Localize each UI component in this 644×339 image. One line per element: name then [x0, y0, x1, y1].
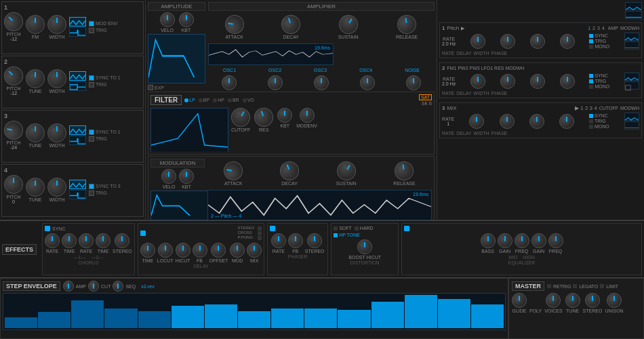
lfo3-waveform-btn[interactable]	[624, 113, 639, 121]
master-legato-led[interactable]	[573, 284, 577, 288]
step-bar-5[interactable]	[172, 306, 204, 328]
eq-freq2-knob[interactable]	[548, 233, 563, 248]
lfo2-rate-knob[interactable]	[470, 74, 485, 89]
phaser-fb-knob[interactable]	[288, 233, 303, 248]
eq-gain1-knob[interactable]	[498, 233, 512, 248]
lfo1-phase-knob[interactable]	[560, 34, 575, 49]
osc4-pitch-knob[interactable]	[4, 175, 23, 194]
osc3-level-knob[interactable]	[314, 75, 329, 90]
filter-vo[interactable]: VO	[243, 98, 254, 102]
lfo1-tab2[interactable]: 2	[592, 26, 595, 31]
chorus-led[interactable]	[45, 226, 50, 231]
osc1-pitch-knob[interactable]	[0, 8, 27, 35]
osc3-wave-btn-2[interactable]	[69, 136, 86, 145]
master-glide-knob[interactable]	[512, 293, 527, 308]
step-bar-9[interactable]	[304, 308, 337, 328]
step-bar-12[interactable]	[405, 295, 437, 328]
chorus-time1-knob[interactable]	[62, 233, 77, 248]
step-env-seq-knob[interactable]	[113, 281, 123, 292]
lfo1-rate-knob[interactable]	[470, 34, 485, 49]
step-env-amp-knob[interactable]	[63, 281, 74, 292]
amp-decay-knob[interactable]	[279, 12, 303, 37]
lfo1-trig-led[interactable]	[589, 39, 593, 43]
osc3-pitch-knob[interactable]	[3, 119, 24, 141]
dist-hp-led[interactable]	[334, 233, 338, 237]
lfo1-sync-led[interactable]	[589, 34, 593, 38]
osc4-tune-knob[interactable]	[26, 178, 45, 197]
phaser-led[interactable]	[270, 226, 275, 231]
filter-res-knob[interactable]	[251, 105, 276, 129]
step-bar-13[interactable]	[438, 299, 470, 328]
phaser-stereo-knob[interactable]	[307, 233, 322, 248]
step-bar-2[interactable]	[71, 300, 104, 328]
osc4-wave-btn-2[interactable]	[69, 190, 86, 199]
lfo3-trig-led[interactable]	[589, 119, 593, 123]
osc2-width-knob[interactable]	[47, 69, 66, 88]
delay-mod-knob[interactable]	[230, 243, 245, 258]
step-bar-1[interactable]	[38, 312, 71, 328]
filter-lp[interactable]: LP	[184, 98, 195, 102]
master-voices-knob[interactable]	[546, 293, 561, 308]
step-bar-7[interactable]	[238, 311, 270, 328]
osc4-sync-check[interactable]	[89, 184, 94, 189]
step-bar-6[interactable]	[205, 304, 237, 328]
chorus-time2-knob[interactable]	[96, 233, 110, 248]
filter-bp[interactable]: BP	[199, 98, 209, 102]
chorus-stereo-knob[interactable]	[115, 233, 129, 248]
lfo1-mono-led[interactable]	[589, 45, 593, 49]
osc2-wave-btn-2[interactable]	[69, 81, 86, 91]
filter-hp[interactable]: HP	[213, 98, 224, 102]
lfo-wave-btn-1[interactable]	[625, 2, 642, 10]
amp-kbt-knob[interactable]	[179, 12, 194, 27]
osc3-tune-knob[interactable]	[26, 123, 45, 142]
delay-time-knob[interactable]	[140, 243, 155, 258]
step-bar-14[interactable]	[471, 304, 504, 328]
osc-noise-level-knob[interactable]	[406, 75, 421, 90]
chorus-rate2-knob[interactable]	[79, 233, 94, 248]
master-unison-knob[interactable]	[607, 293, 622, 308]
dist-boost-knob[interactable]	[357, 239, 372, 254]
lfo-wave-btn-2[interactable]	[625, 11, 642, 19]
amp-release-knob[interactable]	[396, 14, 418, 35]
osc1-width-knob[interactable]	[47, 15, 66, 34]
step-bar-8[interactable]	[271, 308, 304, 328]
lfo2-phase-knob[interactable]	[560, 74, 575, 89]
mod-sustain-knob[interactable]	[334, 158, 359, 184]
chorus-rate1-knob[interactable]	[45, 233, 60, 248]
osc2-wave-btn-1[interactable]	[69, 71, 86, 81]
delay-led[interactable]	[140, 231, 146, 236]
step-env-cut-knob[interactable]	[88, 281, 99, 292]
lfo1-tab3[interactable]: 3	[597, 26, 600, 31]
master-tune-knob[interactable]	[565, 293, 580, 308]
lfo3-waveform-btn2[interactable]	[624, 121, 639, 129]
mod-attack-knob[interactable]	[222, 160, 244, 182]
mod-release-knob[interactable]	[393, 160, 415, 182]
amp-sustain-knob[interactable]	[335, 12, 361, 37]
mod-velo-knob[interactable]	[161, 169, 176, 184]
eq-bass-knob[interactable]	[481, 233, 496, 248]
lfo1-tab4[interactable]: 4	[602, 26, 605, 31]
osc4-wave-btn-1[interactable]	[69, 180, 86, 189]
delay-locut-knob[interactable]	[158, 243, 173, 258]
osc3-wave-btn-1[interactable]	[69, 125, 86, 135]
step-bar-11[interactable]	[371, 302, 404, 328]
delay-hicut-knob[interactable]	[176, 243, 190, 258]
phaser-rate-knob[interactable]	[271, 233, 286, 248]
eq-gain2-knob[interactable]	[531, 233, 546, 248]
osc3-width-knob[interactable]	[47, 123, 66, 142]
lfo1-waveform-btn2[interactable]	[624, 41, 639, 49]
osc1-trig-check[interactable]	[89, 28, 94, 33]
lfo3-mono-led[interactable]	[589, 125, 593, 129]
filter-kbt-knob[interactable]	[277, 108, 292, 123]
eq-led[interactable]	[404, 226, 409, 231]
filter-br[interactable]: BR	[228, 98, 239, 102]
master-retrig-led[interactable]	[547, 284, 551, 288]
lfo3-rate-knob[interactable]	[469, 114, 484, 129]
lfo3-width-knob[interactable]	[529, 114, 544, 129]
osc2-trig-check[interactable]	[89, 82, 94, 87]
lfo2-waveform-btn[interactable]	[624, 73, 639, 81]
osc1-wave-btn-1[interactable]	[69, 17, 86, 26]
step-bar-0[interactable]	[5, 317, 37, 328]
master-stereo-knob[interactable]	[585, 293, 600, 308]
osc3-trig-check[interactable]	[89, 136, 94, 142]
